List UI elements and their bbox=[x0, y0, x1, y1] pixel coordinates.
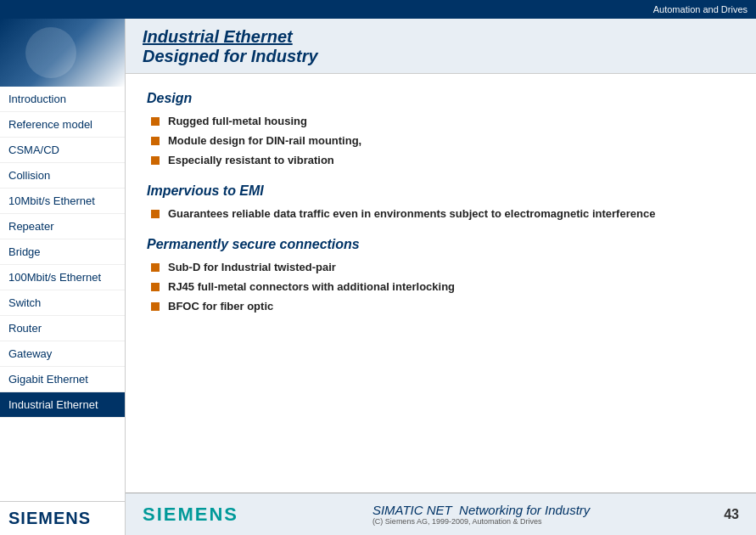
sidebar-logo bbox=[0, 19, 125, 87]
content-body: DesignRugged full-metal housingModule de… bbox=[126, 74, 756, 493]
sidebar-brand: SIEMENS bbox=[0, 501, 125, 535]
sidebar-item-100mbit-ethernet[interactable]: 100Mbit/s Ethernet bbox=[0, 265, 125, 290]
section-title-design: Design bbox=[147, 91, 735, 106]
sidebar: IntroductionReference modelCSMA/CDCollis… bbox=[0, 19, 126, 535]
bullet-item: BFOC for fiber optic bbox=[151, 300, 735, 313]
section-design: DesignRugged full-metal housingModule de… bbox=[147, 91, 735, 166]
footer-title: SIMATIC NET Networking for Industry bbox=[372, 503, 590, 517]
footer-title-italic: Networking for Industry bbox=[459, 503, 590, 517]
bullet-text: Especially resistant to vibration bbox=[168, 154, 334, 166]
sidebar-item-introduction[interactable]: Introduction bbox=[0, 87, 125, 112]
footer-center: SIMATIC NET Networking for Industry (C) … bbox=[372, 503, 590, 526]
bullet-icon bbox=[151, 117, 160, 126]
bullet-item: RJ45 full-metal connectors with addition… bbox=[151, 280, 735, 293]
bullet-text: RJ45 full-metal connectors with addition… bbox=[168, 280, 455, 293]
bullet-text: Module design for DIN-rail mounting, bbox=[168, 134, 361, 147]
bullet-icon bbox=[151, 210, 160, 218]
content-area: Industrial Ethernet Designed for Industr… bbox=[126, 19, 756, 535]
sidebar-item-gigabit-ethernet[interactable]: Gigabit Ethernet bbox=[0, 367, 125, 392]
sidebar-item-collision[interactable]: Collision bbox=[0, 163, 125, 189]
bullet-icon bbox=[151, 283, 160, 291]
bullet-item: Guarantees reliable data traffic even in… bbox=[151, 207, 735, 220]
bullet-list-design: Rugged full-metal housingModule design f… bbox=[151, 115, 735, 166]
bullet-list-connections: Sub-D for Industrial twisted-pairRJ45 fu… bbox=[151, 261, 735, 313]
content-title2: Designed for Industry bbox=[143, 47, 739, 66]
sidebar-item-csma-cd[interactable]: CSMA/CD bbox=[0, 138, 125, 163]
bullet-text: Rugged full-metal housing bbox=[168, 115, 307, 127]
section-title-connections: Permanently secure connections bbox=[147, 237, 735, 252]
content-header: Industrial Ethernet Designed for Industr… bbox=[126, 19, 756, 74]
sidebar-item-bridge[interactable]: Bridge bbox=[0, 239, 125, 265]
sidebar-item-reference-model[interactable]: Reference model bbox=[0, 112, 125, 138]
sidebar-item-gateway[interactable]: Gateway bbox=[0, 341, 125, 367]
sidebar-item-10mbit-ethernet[interactable]: 10Mbit/s Ethernet bbox=[0, 189, 125, 214]
footer: SIEMENS SIMATIC NET Networking for Indus… bbox=[126, 493, 756, 535]
sidebar-item-switch[interactable]: Switch bbox=[0, 290, 125, 316]
siemens-logo: SIEMENS bbox=[143, 504, 238, 526]
bullet-icon bbox=[151, 302, 160, 311]
bullet-text: Sub-D for Industrial twisted-pair bbox=[168, 261, 336, 273]
top-bar: Automation and Drives bbox=[0, 0, 756, 19]
section-title-emi: Impervious to EMI bbox=[147, 183, 735, 199]
bullet-text: BFOC for fiber optic bbox=[168, 300, 273, 313]
bullet-list-emi: Guarantees reliable data traffic even in… bbox=[151, 207, 735, 220]
section-connections: Permanently secure connectionsSub-D for … bbox=[147, 237, 735, 313]
sidebar-item-router[interactable]: Router bbox=[0, 316, 125, 341]
footer-title-plain: SIMATIC NET bbox=[372, 503, 452, 517]
bullet-icon bbox=[151, 137, 160, 145]
bullet-icon bbox=[151, 156, 160, 165]
section-emi: Impervious to EMIGuarantees reliable dat… bbox=[147, 183, 735, 220]
sidebar-item-industrial-ethernet[interactable]: Industrial Ethernet bbox=[0, 392, 125, 418]
bullet-item: Especially resistant to vibration bbox=[151, 154, 735, 166]
automation-drives-label: Automation and Drives bbox=[653, 4, 748, 14]
bullet-item: Module design for DIN-rail mounting, bbox=[151, 134, 735, 147]
bullet-icon bbox=[151, 263, 160, 272]
bullet-text: Guarantees reliable data traffic even in… bbox=[168, 207, 655, 220]
bullet-item: Sub-D for Industrial twisted-pair bbox=[151, 261, 735, 273]
bullet-item: Rugged full-metal housing bbox=[151, 115, 735, 127]
sidebar-nav: IntroductionReference modelCSMA/CDCollis… bbox=[0, 87, 125, 501]
footer-page-number: 43 bbox=[724, 507, 739, 522]
sidebar-item-repeater[interactable]: Repeater bbox=[0, 214, 125, 239]
content-title1: Industrial Ethernet bbox=[143, 27, 739, 47]
footer-subtitle: (C) Siemens AG, 1999-2009, Automation & … bbox=[372, 517, 542, 526]
